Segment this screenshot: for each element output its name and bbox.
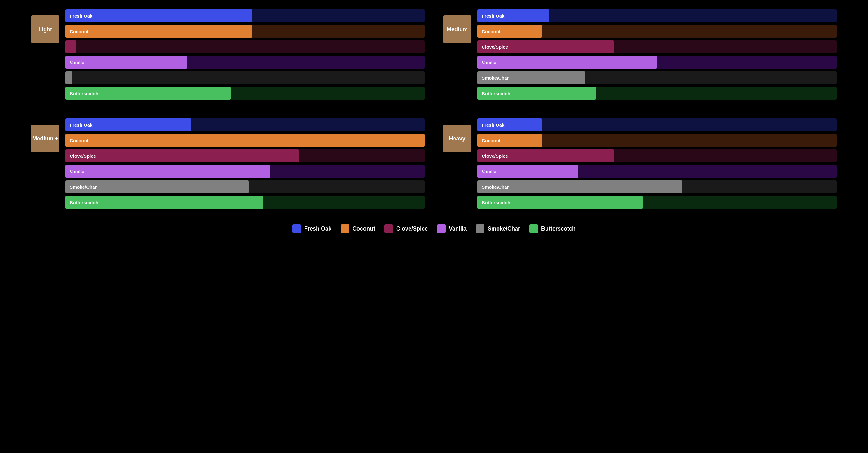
legend-item-freshOak: Fresh Oak: [292, 224, 332, 233]
bar-foreground: Coconut: [477, 134, 542, 147]
bar-foreground: Butterscotch: [65, 196, 263, 209]
section-heavy: HeavyFresh OakCoconutClove/SpiceVanillaS…: [443, 115, 837, 212]
bar-row: Smoke/Char: [477, 180, 837, 193]
bar-foreground: Coconut: [65, 134, 425, 147]
bar-row: Vanilla: [477, 56, 837, 69]
bar-label: Clove/Spice: [70, 153, 96, 159]
bar-row: Clove/Spice: [477, 40, 837, 53]
bar-row: Fresh Oak: [65, 9, 425, 22]
bars-light: Fresh OakCoconutVanillaButterscotch: [65, 6, 425, 103]
main-grid: LightFresh OakCoconutVanillaButterscotch…: [31, 6, 837, 212]
bar-track: Vanilla: [65, 165, 425, 178]
bar-background: [65, 40, 425, 53]
bar-track: [65, 40, 425, 53]
bar-track: Butterscotch: [65, 196, 425, 209]
bar-label: Butterscotch: [70, 200, 98, 205]
legend-label: Fresh Oak: [304, 225, 332, 232]
bar-foreground: Butterscotch: [65, 87, 231, 100]
bar-label: Coconut: [70, 138, 89, 143]
bar-row: [65, 71, 425, 84]
bar-track: Fresh Oak: [477, 9, 837, 22]
label-mediumplus: Medium +: [31, 125, 59, 152]
bar-track: Fresh Oak: [65, 9, 425, 22]
bar-row: [65, 40, 425, 53]
legend-swatch: [437, 224, 446, 233]
legend-swatch: [476, 224, 485, 233]
bar-row: Coconut: [65, 25, 425, 38]
bars-mediumplus: Fresh OakCoconutClove/SpiceVanillaSmoke/…: [65, 115, 425, 212]
bar-foreground: Clove/Spice: [477, 149, 614, 162]
legend-swatch: [529, 224, 538, 233]
bar-foreground: Clove/Spice: [477, 40, 614, 53]
bar-track: Coconut: [477, 25, 837, 38]
bar-track: Coconut: [477, 134, 837, 147]
bar-foreground: [65, 71, 72, 84]
legend-item-coconut: Coconut: [341, 224, 375, 233]
bar-track: Vanilla: [477, 56, 837, 69]
bar-track: Smoke/Char: [65, 180, 425, 193]
label-heavy: Heavy: [443, 125, 471, 152]
legend-label: Smoke/Char: [488, 225, 520, 232]
bar-foreground: Vanilla: [65, 56, 187, 69]
bar-track: Fresh Oak: [477, 118, 837, 131]
legend-item-smokeChar: Smoke/Char: [476, 224, 520, 233]
bar-label: Vanilla: [70, 60, 85, 65]
bar-row: Smoke/Char: [477, 71, 837, 84]
bar-row: Clove/Spice: [477, 149, 837, 162]
bar-foreground: Fresh Oak: [477, 118, 542, 131]
bar-foreground: Fresh Oak: [477, 9, 549, 22]
bar-label: Smoke/Char: [70, 184, 97, 190]
label-medium: Medium: [443, 16, 471, 43]
bar-track: Coconut: [65, 25, 425, 38]
bar-label: Vanilla: [482, 60, 497, 65]
bar-track: Clove/Spice: [477, 40, 837, 53]
bar-label: Smoke/Char: [482, 75, 509, 81]
section-mediumplus: Medium +Fresh OakCoconutClove/SpiceVanil…: [31, 115, 425, 212]
bar-row: Fresh Oak: [65, 118, 425, 131]
section-medium: MediumFresh OakCoconutClove/SpiceVanilla…: [443, 6, 837, 103]
bar-row: Butterscotch: [65, 87, 425, 100]
bar-row: Coconut: [477, 134, 837, 147]
bar-row: Vanilla: [65, 165, 425, 178]
bar-foreground: Vanilla: [65, 165, 270, 178]
bar-label: Fresh Oak: [70, 13, 92, 19]
bars-heavy: Fresh OakCoconutClove/SpiceVanillaSmoke/…: [477, 115, 837, 212]
bar-row: Butterscotch: [477, 87, 837, 100]
bar-foreground: Coconut: [65, 25, 252, 38]
legend-label: Vanilla: [449, 225, 467, 232]
legend-item-butterscotch: Butterscotch: [529, 224, 576, 233]
bar-row: Vanilla: [65, 56, 425, 69]
legend-swatch: [384, 224, 393, 233]
bar-track: Vanilla: [477, 165, 837, 178]
bar-label: Vanilla: [70, 169, 85, 174]
bars-medium: Fresh OakCoconutClove/SpiceVanillaSmoke/…: [477, 6, 837, 103]
bar-label: Vanilla: [482, 169, 497, 174]
bar-track: Butterscotch: [477, 87, 837, 100]
bar-row: Coconut: [477, 25, 837, 38]
bar-row: Vanilla: [477, 165, 837, 178]
bar-foreground: Vanilla: [477, 56, 657, 69]
legend-item-cloveSpice: Clove/Spice: [384, 224, 428, 233]
bar-foreground: Clove/Spice: [65, 149, 299, 162]
bar-background: [65, 71, 425, 84]
legend-swatch: [292, 224, 301, 233]
legend-item-vanilla: Vanilla: [437, 224, 467, 233]
bar-foreground: Coconut: [477, 25, 542, 38]
bar-foreground: Smoke/Char: [65, 180, 249, 193]
bar-row: Coconut: [65, 134, 425, 147]
legend-label: Clove/Spice: [396, 225, 428, 232]
bar-foreground: [65, 40, 76, 53]
bar-row: Clove/Spice: [65, 149, 425, 162]
bar-row: Fresh Oak: [477, 118, 837, 131]
bar-track: Butterscotch: [477, 196, 837, 209]
bar-label: Coconut: [70, 29, 89, 34]
bar-label: Fresh Oak: [70, 122, 92, 128]
bar-row: Fresh Oak: [477, 9, 837, 22]
bar-label: Butterscotch: [482, 91, 510, 96]
bar-label: Butterscotch: [70, 91, 98, 96]
section-light: LightFresh OakCoconutVanillaButterscotch: [31, 6, 425, 103]
bar-label: Clove/Spice: [482, 44, 508, 50]
bar-track: Smoke/Char: [477, 180, 837, 193]
bar-track: Vanilla: [65, 56, 425, 69]
bar-track: Smoke/Char: [477, 71, 837, 84]
